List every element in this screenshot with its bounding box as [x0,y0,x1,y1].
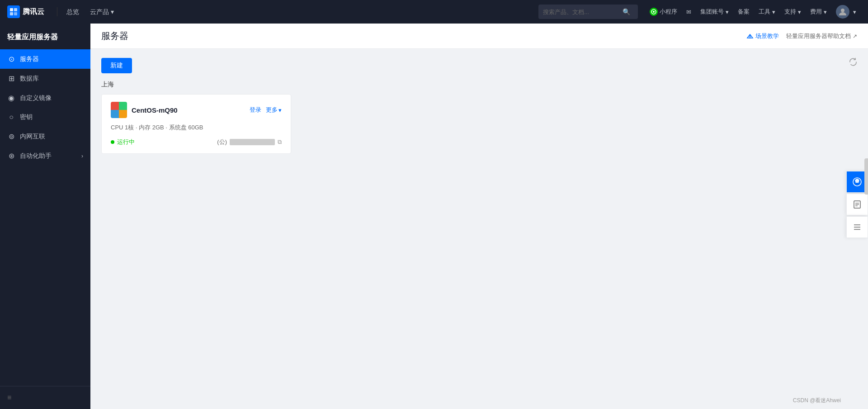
sidebar-item-server-label: 服务器 [20,55,39,63]
server-icon: ⊙ [7,55,15,63]
sidebar-item-custom-image[interactable]: ◉ 自定义镜像 [0,88,90,108]
docs-btn[interactable] [846,194,868,215]
mini-program-dot [650,8,658,16]
page-title: 服务器 [101,30,128,42]
server-card: CentOS-mQ90 登录 更多 ▾ CPU 1核 · 内存 2GB · 系统… [101,94,291,154]
chevron-down-icon: ▾ [278,107,282,114]
new-server-button[interactable]: 新建 [101,58,132,73]
nav-right-items: 小程序 ✉ 集团账号 ▾ 备案 工具 ▾ 支持 ▾ 费用 ▾ ▾ [645,0,861,24]
server-specs: CPU 1核 · 内存 2GB · 系统盘 60GB [111,124,282,132]
chevron-down-icon: ▾ [111,0,114,24]
server-actions: 登录 更多 ▾ [250,106,282,114]
sidebar-item-intranet[interactable]: ⊚ 内网互联 [0,127,90,146]
chevron-down-icon: ▾ [798,9,801,15]
chevron-down-icon: ▾ [772,9,775,15]
sidebar-item-server[interactable]: ⊙ 服务器 [0,49,90,69]
page-header: 服务器 场景教学 轻量应用服务器帮助文档 ↗ [90,24,868,49]
os-icon-q3 [111,110,119,118]
svg-rect-3 [14,12,17,15]
os-icon-q1 [111,102,119,110]
tools-btn[interactable]: 工具 ▾ [754,0,780,24]
sidebar-item-database-label: 数据库 [20,75,39,83]
group-account-label: 集团账号 [700,8,724,16]
help-link[interactable]: 轻量应用服务器帮助文档 ↗ [786,32,857,40]
region-label: 上海 [101,81,857,89]
search-bar: 🔍 [538,5,638,19]
refresh-button[interactable] [849,58,857,68]
automation-icon: ⊛ [7,152,15,160]
support-label: 支持 [784,8,796,16]
avatar [836,5,849,19]
sidebar-item-key[interactable]: ○ 密钥 [0,108,90,127]
server-ip: (公) ⧉ [217,138,282,146]
sidebar-item-automation[interactable]: ⊛ 自动化助手 › [0,146,90,166]
chevron-down-icon: ▾ [726,9,729,15]
sidebar-bottom: ≡ [0,386,90,409]
layout: 轻量应用服务器 ⊙ 服务器 ⊞ 数据库 ◉ 自定义镜像 ○ 密钥 ⊚ 内网互联 … [0,24,868,409]
mail-icon: ✉ [686,9,691,15]
icp-label: 备案 [738,8,750,16]
more-dropdown-btn[interactable]: 更多 ▾ [266,106,282,114]
billing-label: 费用 [810,8,822,16]
sidebar-item-intranet-label: 内网互联 [20,133,45,141]
external-link-icon: ↗ [853,33,857,39]
database-icon: ⊞ [7,74,15,83]
nav-item-products[interactable]: 云产品 ▾ [85,0,119,24]
status-label: 运行中 [117,138,135,146]
nav-divider [57,7,57,16]
logo-text: 腾讯云 [23,7,44,17]
help-link-label: 轻量应用服务器帮助文档 [786,32,851,40]
group-account-btn[interactable]: 集团账号 ▾ [696,0,733,24]
running-status: 运行中 [111,138,135,146]
top-nav: 腾讯云 总览 云产品 ▾ 🔍 小程序 ✉ 集团账号 ▾ 备案 工具 ▾ [0,0,868,24]
os-icon-q4 [119,110,127,118]
sidebar-item-automation-label: 自动化助手 [20,152,52,160]
intranet-icon: ⊚ [7,132,15,141]
scene-teaching-label: 场景教学 [755,32,779,40]
support-btn[interactable]: 支持 ▾ [780,0,806,24]
login-link[interactable]: 登录 [250,106,261,114]
ip-address [230,139,275,145]
sidebar-item-key-label: 密钥 [20,113,33,121]
ip-prefix: (公) [217,138,227,146]
menu-btn[interactable] [846,216,868,238]
logo-icon [7,5,20,18]
main-content: 服务器 场景教学 轻量应用服务器帮助文档 ↗ 新建 上海 [90,24,868,409]
billing-btn[interactable]: 费用 ▾ [806,0,831,24]
server-card-header: CentOS-mQ90 登录 更多 ▾ [111,102,282,118]
logo[interactable]: 腾讯云 [7,5,44,18]
os-icon [111,102,127,118]
sidebar-scroll-handle[interactable] [864,158,868,195]
search-input[interactable] [543,9,620,15]
key-icon: ○ [7,113,15,121]
watermark: CSDN @看迷Ahwei [793,397,841,404]
chevron-down-icon: ▾ [853,9,856,15]
sidebar: 轻量应用服务器 ⊙ 服务器 ⊞ 数据库 ◉ 自定义镜像 ○ 密钥 ⊚ 内网互联 … [0,24,90,409]
more-label: 更多 [266,106,278,114]
mini-program-label: 小程序 [660,8,677,16]
svg-rect-0 [10,8,13,11]
server-name[interactable]: CentOS-mQ90 [132,106,178,114]
collapse-icon[interactable]: ≡ [7,394,11,401]
scene-teaching-btn[interactable]: 场景教学 [746,32,779,40]
tools-label: 工具 [759,8,770,16]
copy-icon[interactable]: ⧉ [278,138,282,146]
sidebar-item-database[interactable]: ⊞ 数据库 [0,69,90,88]
image-icon: ◉ [7,94,15,102]
mini-program-btn[interactable]: 小程序 [645,0,682,24]
svg-point-5 [841,9,844,12]
sidebar-item-custom-image-label: 自定义镜像 [20,94,52,102]
chevron-down-icon: › [81,153,83,159]
os-icon-q2 [119,102,127,110]
server-status-row: 运行中 (公) ⧉ [111,138,282,146]
svg-rect-1 [14,8,17,11]
nav-item-overview[interactable]: 总览 [61,0,85,24]
avatar-btn[interactable]: ▾ [831,0,861,24]
server-title-row: CentOS-mQ90 [111,102,178,118]
status-dot [111,140,114,144]
mail-btn[interactable]: ✉ [682,0,696,24]
icp-btn[interactable]: 备案 [733,0,754,24]
search-icon[interactable]: 🔍 [623,8,630,15]
svg-rect-2 [10,12,13,15]
page-header-actions: 场景教学 轻量应用服务器帮助文档 ↗ [746,32,857,40]
